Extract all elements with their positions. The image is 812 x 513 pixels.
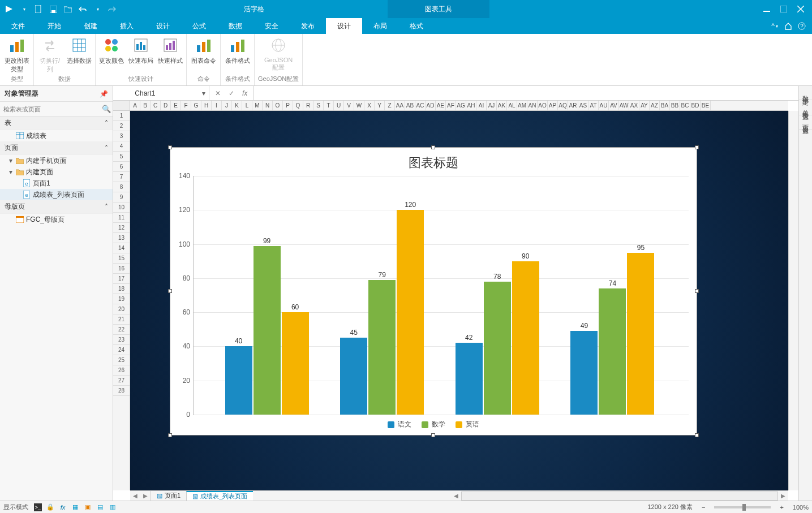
- ribbon-tab[interactable]: 插入: [109, 18, 145, 34]
- column-header[interactable]: Q: [293, 101, 303, 110]
- grid-icon[interactable]: ▦: [71, 503, 79, 511]
- column-header[interactable]: R: [303, 101, 313, 110]
- play-dropdown-icon[interactable]: [19, 5, 28, 14]
- column-header[interactable]: AP: [548, 101, 558, 110]
- chevron-down-icon[interactable]: ▾: [199, 89, 209, 97]
- lock-icon[interactable]: 🔒: [46, 503, 54, 511]
- home-icon[interactable]: [784, 21, 793, 31]
- table-view-icon[interactable]: ▤: [96, 503, 104, 511]
- object-search-input[interactable]: [0, 102, 101, 116]
- help-icon[interactable]: ?: [797, 21, 806, 31]
- column-header[interactable]: AG: [456, 101, 466, 110]
- row-header[interactable]: 16: [113, 264, 130, 274]
- resize-handle-w[interactable]: [168, 289, 172, 293]
- row-header[interactable]: 26: [113, 365, 130, 376]
- undo-dropdown-icon[interactable]: [93, 5, 102, 14]
- column-header[interactable]: AS: [578, 101, 588, 110]
- row-header[interactable]: 14: [113, 243, 130, 253]
- zoom-in-icon[interactable]: +: [776, 504, 787, 511]
- column-header[interactable]: M: [252, 101, 263, 110]
- open-icon[interactable]: [63, 5, 72, 14]
- ribbon-tab[interactable]: 设计: [326, 18, 362, 34]
- column-header[interactable]: AW: [619, 101, 629, 110]
- column-header[interactable]: AF: [446, 101, 456, 110]
- column-header[interactable]: P: [283, 101, 293, 110]
- row-header[interactable]: 17: [113, 274, 130, 284]
- row-header[interactable]: 19: [113, 294, 130, 304]
- tree-node[interactable]: FGC_母版页: [0, 214, 113, 225]
- column-header[interactable]: BD: [690, 101, 701, 110]
- image-icon[interactable]: ▣: [84, 503, 92, 511]
- column-header[interactable]: AO: [538, 101, 548, 110]
- ribbon-button[interactable]: 更改图表类型: [5, 36, 29, 74]
- row-header[interactable]: 13: [113, 233, 130, 243]
- column-header[interactable]: BB: [670, 101, 680, 110]
- resize-handle-e[interactable]: [695, 289, 699, 293]
- chart-bar[interactable]: 74: [599, 288, 626, 415]
- right-side-tab[interactable]: 单元格设置: [799, 100, 812, 115]
- ribbon-button[interactable]: 更改颜色: [99, 36, 124, 65]
- tree-node[interactable]: e成绩表_列表页面: [0, 189, 113, 200]
- name-box[interactable]: Chart1 ▾: [113, 86, 209, 100]
- column-header[interactable]: T: [324, 101, 334, 110]
- chart-bar[interactable]: 90: [512, 261, 539, 415]
- column-header[interactable]: H: [201, 101, 212, 110]
- chart-bar[interactable]: 42: [456, 343, 483, 415]
- column-header[interactable]: V: [344, 101, 354, 110]
- scroll-left-icon[interactable]: ◀: [130, 493, 140, 499]
- zoom-slider[interactable]: [714, 506, 771, 508]
- ribbon-tab[interactable]: 格式: [398, 18, 435, 34]
- column-header[interactable]: AD: [426, 101, 436, 110]
- column-header[interactable]: AC: [415, 101, 426, 110]
- chart-legend-item[interactable]: 英语: [456, 420, 479, 429]
- row-header[interactable]: 12: [113, 223, 130, 233]
- tree-node[interactable]: ▾内建页面: [0, 166, 113, 178]
- ribbon-tab[interactable]: 布局: [362, 18, 398, 34]
- column-header[interactable]: AY: [639, 101, 650, 110]
- master-section-header[interactable]: 母版页 ˄: [0, 200, 113, 214]
- column-header[interactable]: AX: [629, 101, 639, 110]
- ribbon-button[interactable]: 条件格式: [225, 36, 250, 65]
- fx-small-icon[interactable]: fx: [59, 503, 67, 511]
- column-header[interactable]: U: [334, 101, 344, 110]
- list-view-icon[interactable]: ▥: [109, 503, 117, 511]
- terminal-icon[interactable]: >_: [34, 503, 42, 511]
- ribbon-tab[interactable]: 文件: [0, 18, 36, 34]
- tree-twisty-icon[interactable]: ▾: [8, 168, 14, 176]
- save-icon[interactable]: [49, 5, 58, 14]
- ribbon-tab[interactable]: 数据: [217, 18, 254, 34]
- column-header[interactable]: AR: [568, 101, 578, 110]
- column-header[interactable]: BE: [701, 101, 711, 110]
- column-header[interactable]: AN: [527, 101, 538, 110]
- column-header[interactable]: D: [161, 101, 171, 110]
- close-icon[interactable]: [797, 6, 804, 12]
- column-header[interactable]: F: [181, 101, 191, 110]
- undo-icon[interactable]: [78, 5, 87, 14]
- resize-handle-nw[interactable]: [168, 145, 172, 149]
- ribbon-button[interactable]: 快速样式: [158, 36, 183, 65]
- column-header[interactable]: AB: [405, 101, 415, 110]
- chart-bar[interactable]: 78: [484, 282, 511, 415]
- tree-node[interactable]: 成绩表: [0, 130, 113, 141]
- column-header[interactable]: I: [212, 101, 222, 110]
- row-header[interactable]: 11: [113, 213, 130, 223]
- column-header[interactable]: AK: [497, 101, 507, 110]
- row-header[interactable]: 28: [113, 386, 130, 396]
- maximize-icon[interactable]: [780, 6, 787, 12]
- column-header[interactable]: Z: [385, 101, 395, 110]
- column-header[interactable]: AH: [466, 101, 476, 110]
- chart-legend-item[interactable]: 语文: [388, 420, 411, 429]
- row-header[interactable]: 20: [113, 304, 130, 314]
- row-header[interactable]: 24: [113, 345, 130, 355]
- row-header[interactable]: 4: [113, 141, 130, 152]
- horizontal-scrollbar[interactable]: [461, 492, 778, 501]
- column-header[interactable]: AZ: [650, 101, 660, 110]
- ribbon-tab[interactable]: 设计: [145, 18, 181, 34]
- ribbon-button[interactable]: 图表命令: [191, 36, 216, 65]
- tree-node[interactable]: e页面1: [0, 178, 113, 189]
- ribbon-tab[interactable]: 创建: [72, 18, 109, 34]
- new-file-icon[interactable]: [34, 5, 43, 14]
- ribbon-tab[interactable]: 开始: [36, 18, 72, 34]
- chart-bar[interactable]: 45: [340, 338, 367, 415]
- pages-section-header[interactable]: 页面 ˄: [0, 141, 113, 155]
